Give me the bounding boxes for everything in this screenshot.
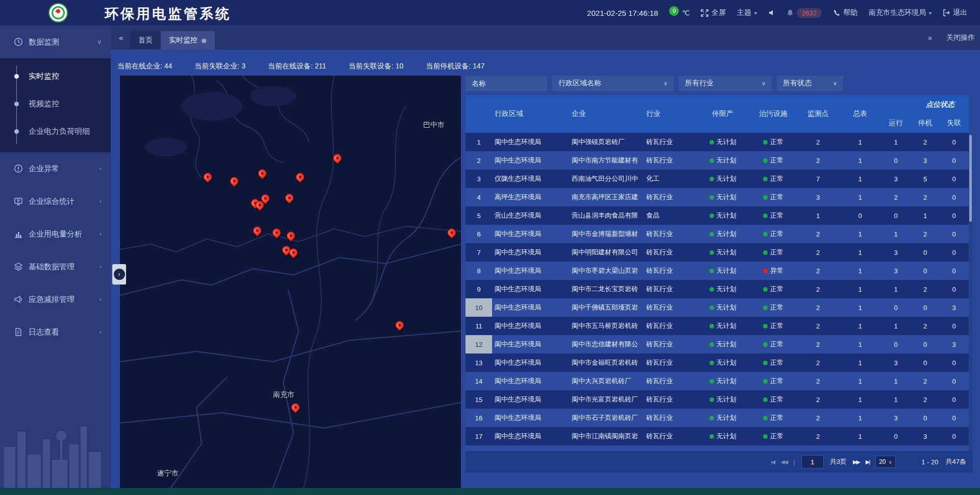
status-dot-icon — [709, 287, 714, 292]
previous-page-button[interactable]: ◀◀ — [780, 459, 787, 465]
help-button[interactable]: 帮助 — [833, 8, 857, 17]
chevron-down-icon: ∨ — [762, 80, 766, 87]
sidebar-item-enterprise-statistics[interactable]: 企业综合统计‹ — [0, 185, 111, 218]
cell-offline: 0 — [939, 445, 969, 451]
sidebar-item-data-monitoring[interactable]: 数据监测∨ — [0, 26, 111, 58]
cell-industry: 砖瓦行业 — [644, 427, 695, 445]
cell-company: 南充市高坪区王家店建 — [565, 188, 644, 206]
scrollbar-thumb[interactable] — [969, 135, 972, 222]
table-scrollbar[interactable] — [969, 133, 972, 451]
cell-offline: 0 — [939, 133, 969, 151]
speaker-button[interactable] — [768, 9, 775, 16]
status-dot-icon — [709, 434, 714, 439]
range-label: 1 - 20 — [921, 458, 938, 466]
cell-industry: 砖瓦行业 — [644, 335, 695, 353]
cell-company: 阆中市石子页岩机砖厂 — [565, 409, 644, 427]
cell-industry: 砖瓦行业 — [644, 188, 695, 206]
close-operations-button[interactable]: 关闭操作 — [946, 33, 975, 42]
cell-limit-status: 无计划 — [695, 188, 750, 206]
cell-limit-status: 无计划 — [695, 445, 750, 451]
page-size-select[interactable]: 20 ∨ — [875, 456, 896, 468]
column-header-facility: 治污设施 — [750, 95, 796, 133]
status-text: 正常 — [770, 137, 783, 147]
tabs-scroll-right-button[interactable]: » — [928, 34, 932, 42]
pagination-controls: |◀ ◀◀ | 共3页 ▶▶ ▶| 20 ∨ — [771, 451, 896, 473]
cell-total-meters: 1 — [840, 151, 880, 170]
cell-offline: 0 — [939, 262, 969, 280]
tabs-scroll-left-button[interactable]: « — [119, 26, 123, 50]
sidebar-subitem-实时监控[interactable]: 实时监控 — [0, 62, 111, 90]
table-row[interactable]: 9阆中生态环境局阆中市二龙长宝页岩砖砖瓦行业无计划正常21120 — [465, 280, 969, 298]
sidebar-subitem-企业电力负荷明细[interactable]: 企业电力负荷明细 — [0, 117, 111, 145]
cell-offline: 0 — [939, 372, 969, 390]
status-dot-icon — [763, 140, 768, 145]
table-row[interactable]: 17阆中生态环境局阆中市江南镇阆南页岩砖瓦行业无计划正常21030 — [465, 427, 969, 445]
next-page-button[interactable]: ▶▶ — [853, 459, 860, 465]
table-row[interactable]: 11阆中生态环境局阆中市五马桥页岩机砖砖瓦行业无计划正常21120 — [465, 317, 969, 335]
table-row[interactable]: 8阆中生态环境局阆中市枣碧大梁山页岩砖瓦行业无计划异常21300 — [465, 262, 969, 280]
table-row[interactable]: 2阆中生态环境局阆中市南方节能建材有砖瓦行业无计划正常21030 — [465, 151, 969, 170]
cell-limit-status: 无计划 — [695, 206, 750, 225]
table-row[interactable]: 16阆中生态环境局阆中市石子页岩机砖厂砖瓦行业无计划正常21300 — [465, 409, 969, 427]
theme-dropdown[interactable]: 主题 ▾ — [737, 8, 757, 17]
sidebar-collapse-toggle[interactable]: ‹ — [112, 264, 126, 285]
cell-running: 0 — [880, 298, 911, 317]
status-dot-icon — [763, 177, 768, 181]
cell-facility-status: 正常 — [750, 445, 796, 451]
table-row[interactable]: 5营山生态环境局营山县润丰肉食品有限食品无计划正常10010 — [465, 206, 969, 225]
cell-offline: 0 — [939, 317, 969, 335]
status-filter-select[interactable]: 所有状态 ∨ — [777, 76, 843, 91]
logout-button[interactable]: 退出 — [943, 8, 967, 17]
table-row[interactable]: 4高坪生态环境局南充市高坪区王家店建砖瓦行业无计划正常31220 — [465, 188, 969, 206]
last-page-button[interactable]: ▶| — [866, 459, 869, 465]
cell-monitor-points: 2 — [796, 317, 840, 335]
chevron-down-icon: ▾ — [754, 10, 757, 16]
table-row[interactable]: 1阆中生态环境局阆中强锐页岩砖厂砖瓦行业无计划正常21120 — [465, 133, 969, 151]
table-row[interactable]: 6阆中生态环境局阆中市金博瑞新型墙材砖瓦行业无计划正常21120 — [465, 225, 969, 243]
first-page-button[interactable]: |◀ — [771, 459, 774, 465]
cell-monitor-points: 2 — [796, 409, 840, 427]
cell-company: 阆中千佛镇五郎垭页岩 — [565, 298, 644, 317]
row-index: 11 — [465, 317, 492, 335]
cell-industry: 砖瓦行业 — [644, 390, 695, 409]
sidebar-item-enterprise-abnormal[interactable]: 企业异常‹ — [0, 152, 111, 185]
cell-stopped: 1 — [911, 206, 939, 225]
temperature-badge: 0 — [669, 6, 679, 16]
sidebar: 数据监测∨实时监控视频监控企业电力负荷明细企业异常‹企业综合统计‹企业用电量分析… — [0, 26, 111, 488]
table-row[interactable]: 15阆中生态环境局阆中市光富页岩机砖厂砖瓦行业无计划正常21120 — [465, 390, 969, 409]
tab-实时监控[interactable]: 实时监控⊗ — [161, 31, 215, 50]
sidebar-item-base-data[interactable]: 基础数据管理‹ — [0, 250, 111, 283]
org-dropdown[interactable]: 南充市生态环境局 ▾ — [869, 8, 932, 17]
table-row[interactable]: 7阆中生态环境局阆中明阳建材有限公司砖瓦行业无计划正常21300 — [465, 243, 969, 262]
phone-icon — [833, 9, 840, 16]
name-filter-input[interactable] — [465, 76, 547, 91]
chevron-down-icon: ∨ — [888, 459, 892, 465]
sidebar-item-power-analysis[interactable]: 企业用电量分析‹ — [0, 218, 111, 250]
table-row[interactable]: 3仪陇生态环境局西南油气田分公司川中化工无计划正常71350 — [465, 170, 969, 188]
table-row[interactable]: 14阆中生态环境局阆中大兴页岩机砖厂砖瓦行业无计划正常21120 — [465, 372, 969, 390]
notifications-button[interactable]: 2632 — [787, 8, 822, 18]
page-number-input[interactable] — [801, 455, 824, 468]
cell-limit-status: 无计划 — [695, 243, 750, 262]
chevron-left-icon: ‹ — [100, 165, 102, 172]
sidebar-item-emergency-reduction[interactable]: 应急减排管理‹ — [0, 283, 111, 316]
cell-industry: 建材行业 — [644, 445, 695, 451]
cell-offline: 0 — [939, 353, 969, 372]
table-row[interactable]: 13阆中生态环境局阆中市金福旺页岩机砖砖瓦行业无计划正常21300 — [465, 353, 969, 372]
sidebar-subitem-label: 实时监控 — [29, 72, 59, 81]
sidebar-item-log-view[interactable]: 日志查看‹ — [0, 316, 111, 348]
map-panel[interactable]: 巴中市南充市遂宁市 — [120, 76, 461, 488]
fullscreen-button[interactable]: 全屏 — [701, 8, 726, 17]
table-row[interactable]: 10阆中生态环境局阆中千佛镇五郎垭页岩砖瓦行业无计划正常21003 — [465, 298, 969, 317]
table-row[interactable]: 12阆中生态环境局阆中市忠信建材有限公砖瓦行业无计划正常21003 — [465, 335, 969, 353]
status-text: 无计划 — [717, 321, 737, 331]
tab-首页[interactable]: 首页 — [130, 31, 161, 50]
cell-region: 阆中生态环境局 — [492, 427, 565, 445]
sidebar-subitem-视频监控[interactable]: 视频监控 — [0, 90, 111, 117]
status-dot-icon — [709, 158, 714, 163]
industry-filter-select[interactable]: 所有行业 ∨ — [679, 76, 772, 91]
region-filter-select[interactable]: 行政区域名称 ∨ — [552, 76, 674, 91]
map-city-label: 巴中市 — [423, 121, 445, 130]
table-row[interactable]: 18南部生态环境局南部县砖化水泥有限公建材行业无计划正常60060 — [465, 445, 969, 451]
tab-close-icon[interactable]: ⊗ — [201, 37, 207, 44]
